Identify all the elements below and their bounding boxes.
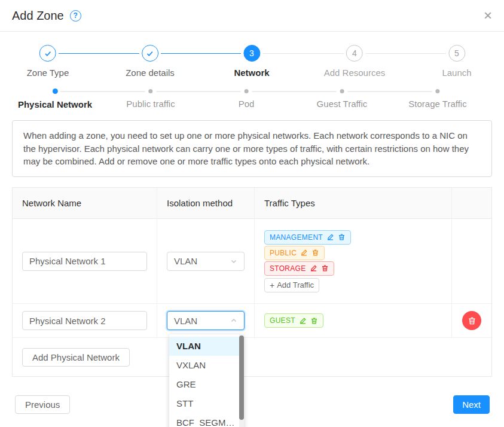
dropdown-option-vxlan[interactable]: VXLAN	[169, 356, 244, 375]
next-button[interactable]: Next	[453, 395, 490, 414]
substep-dot	[244, 89, 248, 93]
network-name-input-1[interactable]	[22, 252, 147, 271]
step-label: Zone details	[126, 68, 175, 78]
dropdown-option-stt[interactable]: STT	[169, 394, 244, 413]
step-label: Network	[234, 68, 269, 78]
network-name-input-2[interactable]	[22, 311, 147, 330]
chevron-up-icon	[230, 317, 237, 324]
table-row-2-name-cell	[13, 304, 157, 338]
table-row-1-isolation-cell: VLAN	[157, 219, 255, 304]
isolation-method-value: VLAN	[174, 316, 197, 326]
trash-icon[interactable]	[310, 317, 318, 325]
traffic-tag-public: PUBLIC	[264, 246, 325, 260]
network-substeps: Physical Network Public traffic Pod Gues…	[0, 89, 504, 112]
traffic-tag-label: MANAGEMENT	[270, 233, 323, 242]
step-label: Zone Type	[27, 68, 69, 78]
delete-network-button[interactable]	[462, 311, 481, 330]
table-row-2-action-cell	[452, 304, 491, 338]
dropdown-option-gre[interactable]: GRE	[169, 375, 244, 394]
substep-label: Storage Traffic	[408, 99, 466, 109]
substep-guest-traffic: Guest Traffic	[317, 89, 368, 109]
step-circle: 4	[346, 45, 363, 62]
traffic-tag-management: MANAGEMENT	[264, 230, 351, 245]
physical-networks-table: Network Name Isolation method Traffic Ty…	[12, 187, 492, 377]
step-circle	[142, 45, 158, 62]
question-circle-icon[interactable]	[70, 10, 81, 22]
step-circle: 3	[243, 45, 260, 62]
substep-physical-network[interactable]: Physical Network	[18, 89, 92, 109]
table-row-1-name-cell	[13, 219, 157, 304]
table-row-2-isolation-cell: VLAN	[157, 304, 255, 338]
dialog-title: Add Zone	[12, 9, 64, 23]
substep-label: Guest Traffic	[317, 99, 368, 109]
isolation-method-select-2[interactable]: VLAN	[167, 311, 245, 330]
edit-icon[interactable]	[299, 317, 307, 325]
isolation-method-value: VLAN	[174, 256, 197, 266]
trash-icon[interactable]	[321, 264, 329, 272]
step-label: Launch	[442, 68, 471, 78]
traffic-tag-storage: STORAGE	[264, 261, 334, 276]
physical-network-info-text: When adding a zone, you need to set up o…	[12, 120, 492, 177]
check-icon	[146, 49, 155, 58]
substep-dot	[149, 89, 153, 93]
steps-wizard: Zone Type Zone details 3 Network 4 Add R…	[0, 45, 504, 81]
dropdown-scrollbar[interactable]	[239, 334, 244, 427]
dialog-header-left: Add Zone	[12, 9, 81, 23]
trash-icon[interactable]	[338, 233, 346, 241]
column-header-network-name: Network Name	[13, 188, 157, 219]
step-launch: 5 Launch	[442, 45, 471, 78]
substep-public-traffic: Public traffic	[126, 89, 175, 109]
table-footer-row: Add Physical Network	[13, 338, 491, 376]
trash-icon	[468, 316, 476, 325]
step-zone-details[interactable]: Zone details	[126, 45, 175, 78]
add-physical-network-button[interactable]: Add Physical Network	[22, 348, 130, 367]
traffic-tag-label: PUBLIC	[270, 249, 297, 257]
column-header-traffic-types: Traffic Types	[255, 188, 452, 219]
table-row-1-action-cell	[452, 219, 491, 304]
column-header-actions	[452, 188, 491, 219]
step-zone-type[interactable]: Zone Type	[27, 45, 69, 78]
traffic-tag-guest: GUEST	[264, 313, 323, 328]
edit-icon[interactable]	[326, 233, 334, 241]
close-icon[interactable]	[484, 8, 492, 23]
substep-pod: Pod	[239, 89, 255, 109]
dropdown-option-vlan[interactable]: VLAN	[169, 337, 244, 356]
substep-label: Public traffic	[126, 99, 175, 109]
dropdown-option-bcf-segment[interactable]: BCF_SEGM…	[169, 413, 244, 427]
trash-icon[interactable]	[311, 249, 319, 257]
chevron-down-icon	[230, 258, 237, 265]
step-circle	[39, 45, 56, 62]
substep-dot	[340, 89, 344, 93]
check-icon	[43, 49, 52, 58]
substep-dot	[436, 89, 440, 93]
step-label: Add Resources	[324, 68, 386, 78]
traffic-tag-label: STORAGE	[270, 264, 306, 273]
substep-dot	[53, 89, 58, 94]
step-add-resources: 4 Add Resources	[324, 45, 386, 78]
add-traffic-button[interactable]: Add Traffic	[264, 278, 319, 292]
edit-icon[interactable]	[310, 264, 317, 272]
plus-icon	[270, 280, 274, 290]
isolation-method-select-1[interactable]: VLAN	[167, 252, 245, 271]
column-header-isolation-method: Isolation method	[157, 188, 255, 219]
dialog-header: Add Zone	[0, 0, 504, 32]
isolation-method-dropdown: VLAN VXLAN GRE STT BCF_SEGM…	[169, 334, 244, 427]
step-network[interactable]: 3 Network	[234, 45, 269, 78]
substep-label: Pod	[239, 99, 255, 109]
edit-icon[interactable]	[300, 249, 308, 257]
table-row-2-traffic-cell: GUEST	[255, 304, 452, 338]
previous-button[interactable]: Previous	[15, 395, 70, 414]
add-traffic-label: Add Traffic	[277, 280, 314, 289]
substep-storage-traffic: Storage Traffic	[408, 89, 466, 109]
dropdown-scrollbar-thumb[interactable]	[239, 336, 244, 420]
table-row-1-traffic-cell: MANAGEMENT PUBLIC STORAGE Add Traffic	[255, 219, 452, 304]
step-circle: 5	[448, 45, 465, 62]
traffic-tag-label: GUEST	[270, 316, 295, 325]
substep-label: Physical Network	[18, 99, 92, 109]
